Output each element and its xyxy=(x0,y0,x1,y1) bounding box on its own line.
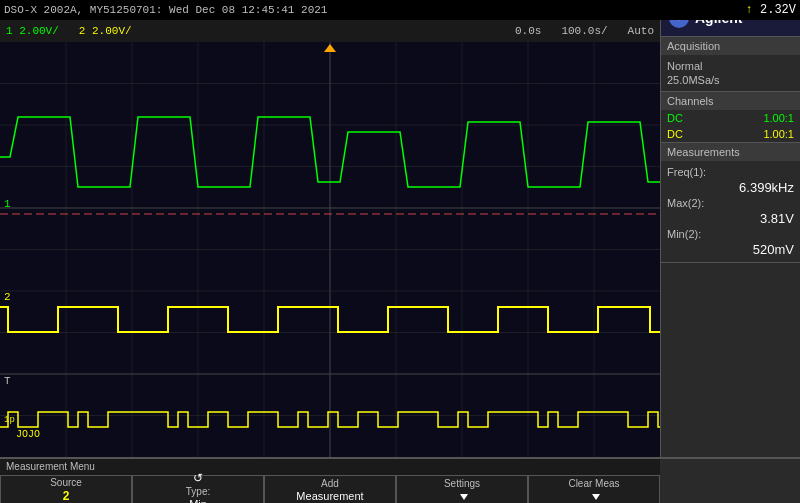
acq-rate: 25.0MSa/s xyxy=(667,74,720,86)
settings-down-icon xyxy=(460,494,468,500)
source-value: 2 xyxy=(63,489,70,503)
clear-meas-down-icon xyxy=(592,494,600,500)
acquisition-header: Acquisition xyxy=(661,37,800,55)
clear-meas-arrow xyxy=(588,490,600,502)
waveform-display: 1 2 T JOJO 1p xyxy=(0,42,660,457)
type-label: Type: xyxy=(186,486,210,497)
bottom-menu-bar: Measurement Menu Source 2 ↺ Type: Min Ad… xyxy=(0,457,800,503)
settings-label: Settings xyxy=(444,478,480,489)
meas-row-1: Freq(1): xyxy=(667,165,794,179)
meas-3-value: 520mV xyxy=(667,242,794,257)
measurements-header: Measurements xyxy=(661,143,800,161)
channels-header: Channels xyxy=(661,92,800,110)
svg-text:T: T xyxy=(4,375,11,387)
ch1-scale: 1 2.00V/ xyxy=(6,25,59,37)
source-label: Source xyxy=(50,477,82,488)
meas-row-1-val: 6.399kHz xyxy=(667,179,794,196)
refresh-icon: ↺ xyxy=(193,471,203,485)
channel-bar: 1 2.00V/ 2 2.00V/ 0.0s 100.0s/ Auto xyxy=(0,20,660,42)
source-button[interactable]: Source 2 xyxy=(0,475,132,503)
svg-text:1p: 1p xyxy=(4,415,15,425)
right-panel: ✦ Agilent Acquisition Normal 25.0MSa/s C… xyxy=(660,0,800,457)
ch2-probe: 1.00:1 xyxy=(763,128,794,140)
measurements-content: Freq(1): 6.399kHz Max(2): 3.81V Min(2): … xyxy=(661,161,800,262)
meas-1-label: Freq(1): xyxy=(667,166,706,178)
settings-arrow xyxy=(456,490,468,502)
add-measurement-button[interactable]: Add Measurement xyxy=(264,475,396,503)
type-button[interactable]: ↺ Type: Min xyxy=(132,475,264,503)
menu-buttons: Source 2 ↺ Type: Min Add Measurement Set… xyxy=(0,475,660,503)
meas-row-2: Max(2): xyxy=(667,196,794,210)
add-meas-top: Add xyxy=(321,478,339,489)
measurements-section: Measurements Freq(1): 6.399kHz Max(2): 3… xyxy=(661,143,800,263)
time-offset: 0.0s xyxy=(515,25,541,37)
timebase: 100.0s/ xyxy=(561,25,607,37)
ch2-row: DC 1.00:1 xyxy=(661,126,800,142)
voltage-reading: ↑ 2.32V xyxy=(746,3,796,17)
ch1-row: DC 1.00:1 xyxy=(661,110,800,126)
oscilloscope-screen: 1 2 T JOJO 1p xyxy=(0,42,660,457)
svg-text:2: 2 xyxy=(4,291,11,303)
clear-meas-button[interactable]: Clear Meas xyxy=(528,475,660,503)
meas-2-value: 3.81V xyxy=(667,211,794,226)
acquisition-section: Acquisition Normal 25.0MSa/s xyxy=(661,37,800,92)
ch2-coupling: DC xyxy=(667,128,683,140)
meas-row-3: Min(2): xyxy=(667,227,794,241)
meas-row-3-val: 520mV xyxy=(667,241,794,258)
meas-3-label: Min(2): xyxy=(667,228,701,240)
ch1-coupling: DC xyxy=(667,112,683,124)
ch1-probe: 1.00:1 xyxy=(763,112,794,124)
svg-text:1: 1 xyxy=(4,198,11,210)
menu-label: Measurement Menu xyxy=(0,459,660,475)
top-status-bar: DSO-X 2002A, MY51250701: Wed Dec 08 12:4… xyxy=(0,0,800,20)
ch2-scale: 2 2.00V/ xyxy=(79,25,132,37)
trigger-mode: Auto xyxy=(628,25,654,37)
channels-section: Channels DC 1.00:1 DC 1.00:1 xyxy=(661,92,800,143)
svg-text:JOJO: JOJO xyxy=(16,429,40,440)
svg-marker-19 xyxy=(324,44,336,52)
meas-row-2-val: 3.81V xyxy=(667,210,794,227)
arrow-icon: ↑ xyxy=(746,3,753,17)
settings-button[interactable]: Settings xyxy=(396,475,528,503)
add-meas-bottom: Measurement xyxy=(296,490,363,502)
device-title: DSO-X 2002A, MY51250701: Wed Dec 08 12:4… xyxy=(4,4,746,16)
acq-mode: Normal xyxy=(667,60,702,72)
meas-1-value: 6.399kHz xyxy=(667,180,794,195)
clear-meas-label: Clear Meas xyxy=(568,478,619,489)
type-value: Min xyxy=(189,498,207,504)
meas-2-label: Max(2): xyxy=(667,197,704,209)
